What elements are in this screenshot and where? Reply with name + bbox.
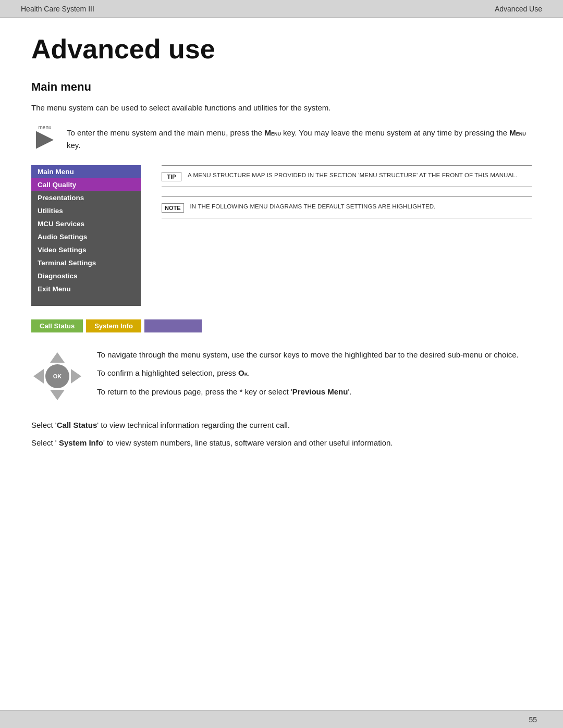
right-arrow-icon (71, 369, 81, 384)
header-right: Advanced Use (495, 5, 542, 13)
menu-item-header: Main Menu (31, 165, 141, 178)
ok-center-button[interactable]: OK (45, 364, 69, 388)
header-left: Health Care System III (21, 5, 94, 13)
tip-text: A menu structure map is provided in the … (188, 171, 517, 180)
note-badge: NOTE (162, 203, 184, 213)
menu-label: menu (38, 125, 51, 130)
tip-badge: TIP (162, 172, 181, 181)
menu-note-text: To enter the menu system and the main me… (67, 125, 532, 152)
menu-item-mcu-services: MCU Services (31, 217, 141, 230)
select-para-call-status: Select 'Call Status' to view technical i… (31, 419, 532, 431)
intro-text: The menu system can be used to select av… (31, 102, 532, 114)
menu-icon-wrap: menu (31, 125, 58, 149)
note-box: NOTE In the following menu diagrams the … (162, 196, 532, 218)
menu-arrow-icon (36, 131, 54, 149)
note-text: In the following menu diagrams the defau… (190, 202, 436, 211)
nav-para2: To confirm a highlighted selection, pres… (97, 366, 532, 380)
ok-diamond: OK (31, 350, 83, 402)
nav-para1: To navigate through the menu system, use… (97, 348, 532, 362)
down-arrow-icon (50, 390, 65, 400)
status-bar-row: Call Status System Info (31, 319, 532, 332)
ok-button-wrap: OK (31, 350, 83, 402)
menu-item-utilities: Utilities (31, 204, 141, 217)
menu-item-diagnostics: Diagnostics (31, 269, 141, 282)
status-tab-system-info: System Info (86, 319, 141, 332)
section-heading: Main menu (31, 80, 532, 94)
nav-text: To navigate through the menu system, use… (97, 348, 532, 404)
footer-bar: 55 (0, 710, 563, 728)
ok-label: OK (53, 373, 62, 379)
main-content: Advanced use Main menu The menu system c… (0, 18, 563, 486)
page-title: Advanced use (31, 33, 532, 65)
menu-item-exit-menu: Exit Menu (31, 282, 141, 295)
left-arrow-icon (33, 369, 44, 384)
menu-item-presentations: Presentations (31, 191, 141, 204)
menu-item-terminal-settings: Terminal Settings (31, 256, 141, 269)
menu-screenshot: Main Menu Call Quality Presentations Uti… (31, 165, 141, 306)
status-tab-blank (144, 319, 202, 332)
tip-box: TIP A menu structure map is provided in … (162, 165, 532, 187)
status-tab-call-status: Call Status (31, 319, 83, 332)
up-arrow-icon (50, 352, 65, 363)
page-number: 55 (529, 715, 537, 724)
tip-note-col: TIP A menu structure map is provided in … (162, 165, 532, 218)
menu-item-call-quality: Call Quality (31, 178, 141, 191)
nav-row: OK To navigate through the menu system, … (31, 348, 532, 404)
menu-note-row: menu To enter the menu system and the ma… (31, 125, 532, 152)
menu-item-audio-settings: Audio Settings (31, 230, 141, 243)
nav-para3: To return to the previous page, press th… (97, 385, 532, 399)
header-bar: Health Care System III Advanced Use (0, 0, 563, 18)
select-para-system-info: Select ' System Info' to view system num… (31, 437, 532, 449)
two-col-layout: Main Menu Call Quality Presentations Uti… (31, 165, 532, 306)
menu-item-video-settings: Video Settings (31, 243, 141, 256)
